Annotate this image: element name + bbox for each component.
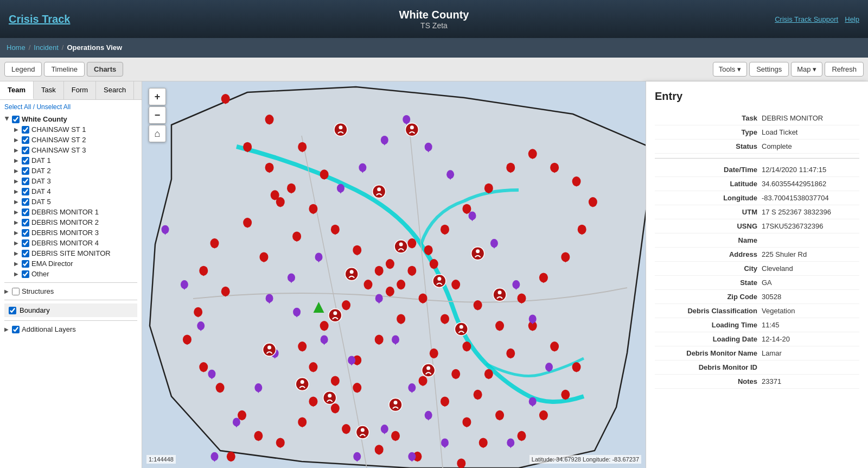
entry-field-value: Complete — [762, 142, 859, 150]
entry-row: Notes 23371 — [655, 375, 859, 389]
team-arrow: ▶ — [14, 147, 20, 153]
team-item[interactable]: ▶ CHAINSAW ST 2 — [4, 135, 137, 145]
team-label: DEBRIS MONITOR 3 — [31, 229, 99, 237]
team-item[interactable]: ▶ DEBRIS MONITOR 1 — [4, 207, 137, 217]
home-button[interactable]: ⌂ — [149, 125, 166, 142]
charts-button[interactable]: Charts — [87, 62, 123, 77]
boundary-label: Boundary — [20, 306, 50, 314]
structures-checkbox[interactable] — [12, 288, 20, 295]
team-item[interactable]: ▶ CHAINSAW ST 1 — [4, 124, 137, 135]
team-arrow: ▶ — [14, 261, 20, 267]
team-checkbox[interactable] — [22, 126, 29, 134]
team-checkbox[interactable] — [22, 239, 29, 247]
county-checkbox[interactable] — [12, 116, 20, 123]
entry-row: Zip Code 30528 — [655, 290, 859, 304]
entry-field-label: Longitude — [723, 194, 757, 202]
breadcrumb-incident[interactable]: Incident — [34, 43, 59, 52]
timeline-button[interactable]: Timeline — [44, 62, 85, 77]
team-label: CHAINSAW ST 1 — [31, 125, 86, 134]
team-label: Other — [31, 270, 49, 278]
entry-field-value: 225 Shuler Rd — [762, 250, 859, 258]
team-item[interactable]: ▶ DEBRIS MONITOR 2 — [4, 217, 137, 227]
team-arrow: ▶ — [14, 188, 20, 194]
map-container[interactable]: + − ⌂ 1:144448 Latitude: 34.67928 Longit… — [142, 81, 646, 468]
entry-field-label: Zip Code — [727, 293, 757, 301]
entry-field-value: 12-14-20 — [762, 335, 859, 343]
unselect-all-link[interactable]: Unselect All — [36, 103, 71, 111]
team-checkbox[interactable] — [22, 219, 29, 226]
county-tree-item[interactable]: ▶ White County — [4, 114, 137, 124]
entry-row: Loading Date 12-14-20 — [655, 332, 859, 346]
breadcrumb-sep2: / — [62, 43, 64, 52]
coordinates-display: Latitude: 34.67928 Longitude: -83.67237 — [529, 455, 641, 464]
structures-item[interactable]: ▶ Structures — [4, 286, 137, 296]
tab-search[interactable]: Search — [96, 81, 134, 99]
zoom-in-button[interactable]: + — [149, 88, 166, 105]
entry-row: Task DEBRIS MONITOR — [655, 111, 859, 125]
team-checkbox[interactable] — [22, 270, 29, 278]
team-item[interactable]: ▶ CHAINSAW ST 3 — [4, 145, 137, 155]
breadcrumb-home[interactable]: Home — [7, 43, 25, 52]
select-all-link[interactable]: Select All — [4, 103, 31, 111]
tab-form[interactable]: Form — [64, 81, 96, 99]
team-label: DAT 4 — [31, 187, 51, 195]
entry-row: Debris Monitor Name Lamar — [655, 346, 859, 361]
entry-field-label: Address — [729, 250, 757, 258]
additional-layers-item[interactable]: ▶ Additional Layers — [4, 324, 137, 334]
breadcrumb-current: Operations View — [67, 43, 122, 52]
team-checkbox[interactable] — [22, 167, 29, 175]
boundary-item[interactable]: Boundary — [4, 303, 137, 317]
entry-field-label: Status — [736, 142, 757, 150]
team-label: DEBRIS SITE MONITOR — [31, 249, 111, 257]
team-item[interactable]: ▶ DAT 5 — [4, 197, 137, 207]
entry-field-value: 17 S 252367 3832396 — [762, 208, 859, 216]
team-label: CHAINSAW ST 3 — [31, 146, 86, 154]
svg-marker-1 — [150, 87, 646, 468]
tab-team[interactable]: Team — [0, 81, 34, 99]
team-item[interactable]: ▶ EMA Director — [4, 258, 137, 269]
team-item[interactable]: ▶ DAT 3 — [4, 176, 137, 186]
team-checkbox[interactable] — [22, 229, 29, 237]
help-link[interactable]: Help — [845, 15, 859, 23]
settings-button[interactable]: Settings — [749, 62, 789, 77]
team-checkbox[interactable] — [22, 188, 29, 195]
refresh-button[interactable]: Refresh — [825, 62, 864, 77]
team-checkbox[interactable] — [22, 178, 29, 185]
entry-row: USNG 17SKU5236732396 — [655, 219, 859, 233]
entry-field-label: Debris Monitor Name — [686, 349, 757, 357]
team-item[interactable]: ▶ DAT 2 — [4, 166, 137, 176]
select-all-row: Select All / Unselect All — [4, 103, 137, 111]
team-item[interactable]: ▶ Other — [4, 269, 137, 279]
team-checkbox[interactable] — [22, 147, 29, 154]
team-checkbox[interactable] — [22, 198, 29, 206]
entry-field-value: Vegetation — [762, 307, 859, 315]
map-button[interactable]: Map ▾ — [791, 62, 822, 77]
team-label: DAT 2 — [31, 167, 51, 175]
app-title[interactable]: Crisis Track — [9, 13, 70, 26]
legend-button[interactable]: Legend — [4, 62, 42, 77]
additional-layers-arrow: ▶ — [4, 326, 10, 332]
team-arrow: ▶ — [14, 250, 20, 256]
team-checkbox[interactable] — [22, 157, 29, 165]
team-checkbox[interactable] — [22, 260, 29, 268]
additional-layers-checkbox[interactable] — [12, 326, 20, 333]
team-item[interactable]: ▶ DAT 4 — [4, 186, 137, 197]
entry-row: State GA — [655, 276, 859, 290]
team-checkbox[interactable] — [22, 208, 29, 216]
tools-button[interactable]: Tools ▾ — [713, 62, 747, 77]
team-item[interactable]: ▶ DEBRIS MONITOR 4 — [4, 238, 137, 248]
team-item[interactable]: ▶ DEBRIS MONITOR 3 — [4, 227, 137, 238]
team-item[interactable]: ▶ DEBRIS SITE MONITOR — [4, 248, 137, 258]
team-checkbox[interactable] — [22, 250, 29, 257]
entry-field-value: 30528 — [762, 293, 859, 301]
entry-field-value: DEBRIS MONITOR — [762, 114, 859, 122]
team-label: DAT 5 — [31, 198, 51, 206]
team-item[interactable]: ▶ DAT 1 — [4, 155, 137, 166]
entry-row: UTM 17 S 252367 3832396 — [655, 205, 859, 219]
sidebar-content: Select All / Unselect All ▶ White County… — [0, 100, 142, 338]
tab-task[interactable]: Task — [34, 81, 64, 99]
support-link[interactable]: Crisis Track Support — [775, 15, 838, 23]
zoom-out-button[interactable]: − — [149, 106, 166, 124]
boundary-checkbox[interactable] — [9, 307, 16, 314]
team-checkbox[interactable] — [22, 136, 29, 144]
